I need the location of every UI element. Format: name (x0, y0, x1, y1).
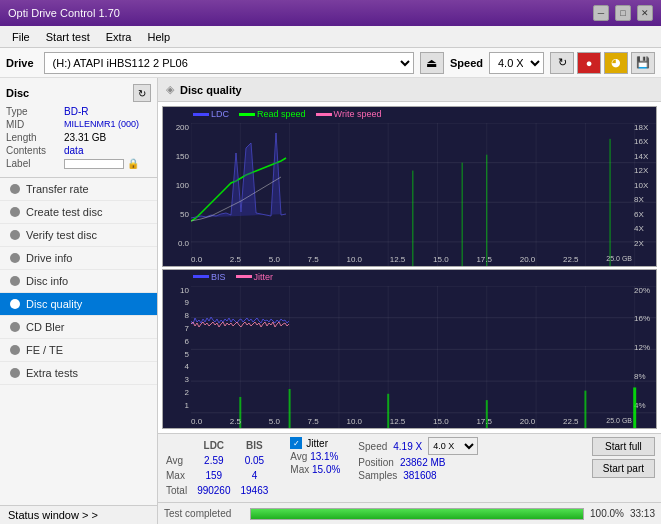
speed-select[interactable]: 4.0 X ↓ (489, 52, 544, 74)
chart1-svg (191, 123, 657, 267)
legend-bis: BIS (193, 272, 226, 282)
chart-bis: BIS Jitter 10 9 8 7 6 5 4 3 (162, 269, 657, 430)
legend-write-speed: Write speed (316, 109, 382, 119)
save-button[interactable]: 💾 (631, 52, 655, 74)
legend-read-label: Read speed (257, 109, 306, 119)
nav-dot (10, 322, 20, 332)
nav-dot (10, 207, 20, 217)
sidebar-item-transfer-rate[interactable]: Transfer rate (0, 178, 157, 201)
nav-label: Create test disc (26, 206, 102, 218)
close-button[interactable]: ✕ (637, 5, 653, 21)
legend-bis-label: BIS (211, 272, 226, 282)
chart2-x-axis: 0.0 2.5 5.0 7.5 10.0 12.5 15.0 17.5 20.0… (191, 417, 632, 426)
nav-label: CD Bler (26, 321, 65, 333)
nav-dot (10, 253, 20, 263)
max-bis: 4 (237, 469, 273, 482)
nav-dot (10, 299, 20, 309)
chart-ldc: LDC Read speed Write speed 200 150 10 (162, 106, 657, 267)
window-controls: ─ □ ✕ (593, 5, 653, 21)
sidebar-item-extra-tests[interactable]: Extra tests (0, 362, 157, 385)
col-ldc: LDC (193, 439, 234, 452)
chart1-legend: LDC Read speed Write speed (193, 109, 381, 119)
sidebar-item-disc-info[interactable]: Disc info (0, 270, 157, 293)
eject-button[interactable]: ⏏ (420, 52, 444, 74)
status-window-label: Status window > > (8, 509, 98, 521)
progress-label: Test completed (164, 508, 244, 519)
nav-label: Verify test disc (26, 229, 97, 241)
disc-refresh-button[interactable]: ↻ (133, 84, 151, 102)
svg-marker-16 (191, 133, 286, 218)
menu-bar: File Start test Extra Help (0, 26, 661, 48)
progress-percent: 100.0% (590, 508, 624, 519)
chart2-svg (191, 286, 657, 430)
disc-length-label: Length (6, 132, 64, 143)
start-buttons: Start full Start part (592, 437, 655, 478)
speed-stat-select[interactable]: 4.0 X (428, 437, 478, 455)
total-ldc: 990260 (193, 484, 234, 497)
legend-jitter: Jitter (236, 272, 274, 282)
sidebar-item-disc-quality[interactable]: Disc quality (0, 293, 157, 316)
nav-label: Transfer rate (26, 183, 89, 195)
disc-icon2-button[interactable]: ◕ (604, 52, 628, 74)
avg-bis: 0.05 (237, 454, 273, 467)
nav-label: Extra tests (26, 367, 78, 379)
sidebar-item-fe-te[interactable]: FE / TE (0, 339, 157, 362)
legend-ldc: LDC (193, 109, 229, 119)
col-bis: BIS (237, 439, 273, 452)
sidebar-item-create-test-disc[interactable]: Create test disc (0, 201, 157, 224)
nav-label: Disc quality (26, 298, 82, 310)
disc-type-label: Type (6, 106, 64, 117)
menu-start-test[interactable]: Start test (38, 29, 98, 45)
disc-panel: Disc ↻ Type BD-R MID MILLENMR1 (000) Len… (0, 78, 157, 178)
start-part-button[interactable]: Start part (592, 459, 655, 478)
disc-mid-label: MID (6, 119, 64, 130)
jitter-max-row: Max 15.0% (290, 464, 340, 475)
disc-icon-button[interactable]: ● (577, 52, 601, 74)
jitter-avg-val: 13.1% (310, 451, 338, 462)
disc-type-value: BD-R (64, 106, 88, 117)
chart1-y-axis-left: 200 150 100 50 0.0 (163, 123, 191, 248)
y-label: 0.0 (178, 239, 189, 248)
disc-header: Disc ↻ (6, 84, 151, 102)
speed-section: Speed 4.19 X 4.0 X Position 23862 MB Sam… (358, 437, 478, 481)
samples-row: Samples 381608 (358, 470, 478, 481)
start-full-button[interactable]: Start full (592, 437, 655, 456)
nav-label: Disc info (26, 275, 68, 287)
total-bis: 19463 (237, 484, 273, 497)
position-val: 23862 MB (400, 457, 446, 468)
refresh-button[interactable]: ↻ (550, 52, 574, 74)
sidebar-item-drive-info[interactable]: Drive info (0, 247, 157, 270)
y-label: 150 (176, 152, 189, 161)
jitter-checkbox[interactable]: ✓ (290, 437, 302, 449)
position-label: Position (358, 457, 394, 468)
sidebar-item-verify-test-disc[interactable]: Verify test disc (0, 224, 157, 247)
drive-select[interactable]: (H:) ATAPI iHBS112 2 PL06 (44, 52, 414, 74)
nav-dot (10, 230, 20, 240)
sidebar-item-cd-bler[interactable]: CD Bler (0, 316, 157, 339)
drive-icon-buttons: ↻ ● ◕ 💾 (550, 52, 655, 74)
samples-val: 381608 (403, 470, 436, 481)
quality-title: Disc quality (180, 84, 242, 96)
chart1-x-axis: 0.0 2.5 5.0 7.5 10.0 12.5 15.0 17.5 20.0… (191, 255, 632, 264)
speed-label: Speed (450, 57, 483, 69)
menu-help[interactable]: Help (139, 29, 178, 45)
menu-extra[interactable]: Extra (98, 29, 140, 45)
menu-file[interactable]: File (4, 29, 38, 45)
status-window-toggle[interactable]: Status window > > (0, 505, 157, 524)
progress-bar-fill (251, 509, 583, 519)
jitter-avg-label: Avg (290, 451, 310, 462)
legend-read-speed: Read speed (239, 109, 306, 119)
max-ldc: 159 (193, 469, 234, 482)
disc-label-value: 🔒 (64, 158, 139, 169)
legend-ldc-label: LDC (211, 109, 229, 119)
maximize-button[interactable]: □ (615, 5, 631, 21)
nav-label: FE / TE (26, 344, 63, 356)
disc-length-value: 23.31 GB (64, 132, 106, 143)
chart2-y-axis-left: 10 9 8 7 6 5 4 3 2 1 (163, 286, 191, 411)
drive-bar: Drive (H:) ATAPI iHBS112 2 PL06 ⏏ Speed … (0, 48, 661, 78)
progress-time: 33:13 (630, 508, 655, 519)
label-icon[interactable]: 🔒 (127, 158, 139, 169)
speed-stat-val: 4.19 X (393, 441, 422, 452)
samples-label: Samples (358, 470, 397, 481)
minimize-button[interactable]: ─ (593, 5, 609, 21)
